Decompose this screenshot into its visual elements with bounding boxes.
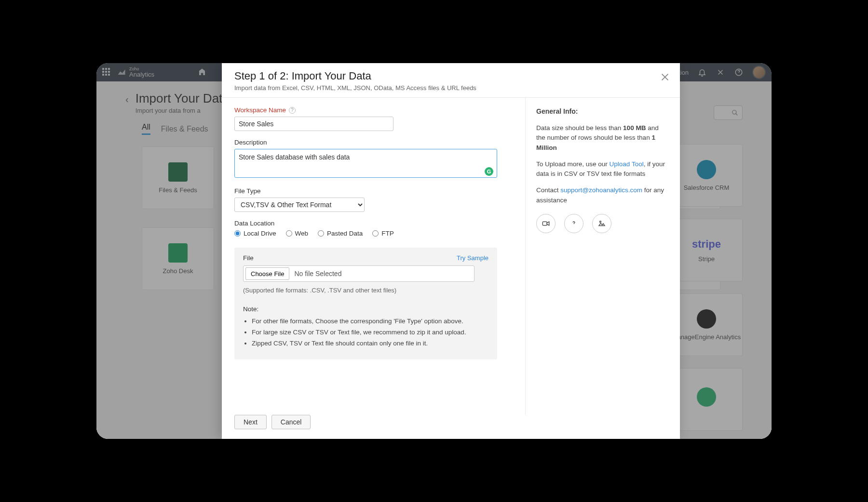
help-circle-icon[interactable] (564, 214, 583, 233)
choose-file-button[interactable]: Choose File (245, 267, 289, 280)
note-heading: Note: (243, 305, 488, 313)
image-icon[interactable] (592, 214, 611, 233)
filetype-select[interactable]: CSV,TSV & Other Text Format (234, 198, 365, 212)
workspace-input[interactable] (234, 117, 393, 131)
file-label: File (243, 254, 254, 262)
info-heading: General Info: (536, 106, 669, 117)
cancel-button[interactable]: Cancel (271, 415, 311, 429)
description-label: Description (234, 139, 513, 146)
general-info: General Info: Data size should be less t… (526, 98, 680, 415)
svg-point-3 (600, 221, 601, 223)
help-icon[interactable]: ? (289, 107, 296, 114)
workspace-label: Workspace Name ? (234, 106, 513, 114)
file-box: File Try Sample Choose File No file Sele… (234, 248, 497, 359)
filetype-label: File Type (234, 187, 513, 195)
file-status: No file Selected (294, 270, 341, 277)
modal-subtitle: Import data from Excel, CSV, HTML, XML, … (234, 84, 667, 92)
location-radios: Local Drive Web Pasted Data FTP (234, 230, 513, 240)
close-icon[interactable] (660, 72, 670, 82)
note-item: For large size CSV or TSV or Text file, … (252, 329, 488, 336)
note-item: Zipped CSV, TSV or Text file should cont… (252, 340, 488, 347)
notes-list: For other file formats, Choose the corre… (252, 317, 488, 347)
supported-formats: (Supported file formats: .CSV, .TSV and … (243, 287, 488, 294)
location-option[interactable]: Web (286, 230, 309, 237)
app-frame: Zoho Analytics Subscription ‹ Import You… (96, 63, 772, 439)
svg-rect-2 (542, 222, 547, 225)
location-option[interactable]: Local Drive (234, 230, 276, 237)
modal-title: Step 1 of 2: Import Your Data (234, 70, 667, 82)
grammarly-icon[interactable]: G (485, 167, 493, 176)
next-button[interactable]: Next (234, 415, 267, 429)
note-item: For other file formats, Choose the corre… (252, 317, 488, 325)
modal-form: Workspace Name ? Description Store Sales… (222, 98, 526, 415)
description-textarea[interactable]: Store Sales database with sales data (234, 149, 497, 178)
datalocation-label: Data Location (234, 220, 513, 227)
try-sample-link[interactable]: Try Sample (457, 254, 488, 262)
file-picker: Choose File No file Selected (243, 265, 475, 282)
import-modal: Step 1 of 2: Import Your Data Import dat… (222, 63, 680, 439)
location-option[interactable]: FTP (372, 230, 394, 237)
modal-actions: Next Cancel (222, 415, 680, 439)
video-icon[interactable] (536, 214, 556, 233)
support-email-link[interactable]: support@zohoanalytics.com (560, 186, 642, 194)
upload-tool-link[interactable]: Upload Tool (610, 160, 644, 168)
location-option[interactable]: Pasted Data (318, 230, 363, 237)
